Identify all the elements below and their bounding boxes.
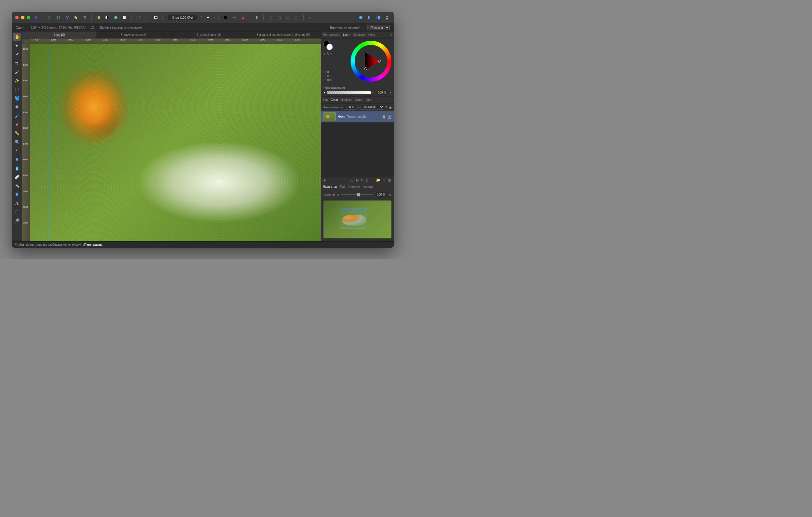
guides-icon[interactable] <box>231 14 237 21</box>
tab-brushes[interactable]: Кисти <box>368 33 376 36</box>
patch-tool[interactable]: 🩹 <box>13 173 21 181</box>
minimize-button[interactable] <box>21 16 25 19</box>
fx-icon[interactable]: fx <box>361 179 363 182</box>
navigator-viewport[interactable] <box>340 208 367 229</box>
assistant-icon[interactable] <box>254 14 260 21</box>
document-tab[interactable]: 3-gigapixel-standard-scale-2_00x.png [И] <box>246 31 321 38</box>
arrange-forward-icon[interactable]: ▢ <box>276 14 282 21</box>
quick-mask-icon[interactable] <box>205 14 211 21</box>
blend-mode-select[interactable]: Обычный <box>360 104 384 110</box>
rectangle-tool[interactable] <box>13 191 21 198</box>
selection-deselect-icon[interactable] <box>144 14 150 21</box>
eyedropper-icon[interactable]: ⌀ ✎ ● <box>323 52 333 56</box>
folder-icon[interactable]: 📁 <box>376 178 380 182</box>
gradient-tool[interactable] <box>13 103 21 111</box>
tab-adjustment[interactable]: Кор <box>323 98 328 101</box>
zoom-in-icon[interactable]: ⊕ <box>389 193 392 196</box>
tab-layers[interactable]: Слои <box>331 98 338 101</box>
selection-marquee-icon[interactable] <box>135 14 141 21</box>
develop-persona-icon[interactable] <box>64 14 70 21</box>
trash-icon[interactable]: 🗑 <box>388 178 392 182</box>
snapping-icon[interactable] <box>240 14 246 21</box>
navigator-thumbnail[interactable] <box>323 201 392 238</box>
visibility-checkbox[interactable]: ✓ <box>388 115 392 119</box>
arrange-backward-icon[interactable]: ▢ <box>285 14 291 21</box>
crop-to-layer-icon[interactable]: ⧖ <box>366 178 368 182</box>
tone-map-persona-icon[interactable] <box>72 14 79 21</box>
paint-brush-tool[interactable]: 🖌️ <box>13 112 21 120</box>
erase-brush-tool[interactable] <box>13 121 21 128</box>
export-persona-icon[interactable] <box>81 14 88 21</box>
tab-history[interactable]: История <box>348 185 359 188</box>
maximize-button[interactable] <box>27 16 30 19</box>
adjustments-icon[interactable] <box>375 14 381 21</box>
canvas[interactable] <box>30 44 321 241</box>
adjustment-icon[interactable]: ◐ <box>356 178 359 182</box>
grid-icon[interactable]: ⊞ <box>383 178 385 182</box>
tab-swatches[interactable]: Образцы <box>353 33 365 36</box>
dodge-tool[interactable]: 🔍 <box>13 138 21 146</box>
ruler-horizontal[interactable]: 1700 1800 1900 2000 2100 2200 2300 2400 … <box>30 38 321 44</box>
zoom-tool[interactable]: 🔎 <box>13 217 21 224</box>
document-tab[interactable]: 3.jpg [И] <box>22 31 97 38</box>
tab-histogram[interactable]: Гистограмма <box>323 33 340 36</box>
mask-icon[interactable]: ▢ <box>350 178 353 182</box>
opacity-slider[interactable] <box>327 91 371 94</box>
liquify-persona-icon[interactable] <box>55 14 62 21</box>
color-picker-tool[interactable] <box>13 51 21 58</box>
clone-brush-tool[interactable]: ✏️ <box>13 129 21 137</box>
flood-fill-tool[interactable]: 🪣 <box>13 94 21 102</box>
tab-effects[interactable]: Эффект <box>341 98 352 101</box>
auto-colors-icon[interactable] <box>113 14 119 21</box>
tab-channels[interactable]: Каналы <box>362 185 373 188</box>
tab-transform[interactable]: Трф <box>340 185 345 188</box>
tab-color[interactable]: Цвет <box>343 33 350 36</box>
units-select[interactable]: Пиксели <box>367 25 390 30</box>
auto-levels-icon[interactable] <box>95 14 102 21</box>
document-tab[interactable]: 3_auto_x2.png [И] <box>172 31 246 38</box>
crop-tool[interactable] <box>13 59 21 67</box>
auto-contrast-icon[interactable] <box>104 14 110 21</box>
selection-invert-icon[interactable] <box>152 14 159 21</box>
add-layer-icon[interactable] <box>357 14 364 21</box>
pen-tool[interactable]: ✒️ <box>13 182 21 189</box>
photo-persona-icon[interactable] <box>47 14 53 21</box>
fg-color-swatch[interactable] <box>326 44 333 50</box>
zoom-value[interactable]: 100 % <box>375 192 387 197</box>
document-tab[interactable]: 3-Улучшено.png [И] <box>97 31 172 38</box>
layer-opacity[interactable]: 100 % <box>344 104 356 110</box>
opacity-value[interactable]: 100 % <box>376 90 388 95</box>
text-tool[interactable]: A <box>13 199 21 207</box>
mesh-warp-tool[interactable] <box>13 208 21 216</box>
layer-stack-icon[interactable]: ◈ <box>323 178 326 182</box>
zoom-out-icon[interactable]: ⊖ <box>337 193 340 196</box>
tab-styles[interactable]: Стили <box>355 98 364 101</box>
close-button[interactable] <box>15 16 19 19</box>
inpainting-tool[interactable] <box>13 147 21 154</box>
guide-vertical[interactable] <box>48 44 48 241</box>
mask-layer-icon[interactable] <box>366 14 373 21</box>
arrange-back-icon[interactable]: ▢ <box>293 14 300 21</box>
arrange-front-icon[interactable]: ▢ <box>267 14 273 21</box>
hand-tool[interactable]: ✋ <box>13 33 21 41</box>
ruler-vertical[interactable]: 1100 1200 1300 1400 1500 1600 1700 1800 … <box>22 44 30 241</box>
zoom-slider[interactable] <box>341 194 373 195</box>
blur-tool[interactable]: 💧 <box>13 164 21 172</box>
layer-row[interactable]: Фон (Пиксельный) 🔒 ✓ <box>321 111 394 122</box>
gear-icon[interactable]: ⚙ <box>385 106 388 109</box>
align-icon[interactable]: ≡ <box>307 14 314 21</box>
marquee-tool[interactable] <box>13 86 21 93</box>
color-wheel[interactable] <box>351 41 392 82</box>
lock-icon[interactable]: 🔒 <box>382 115 386 119</box>
lock-icon[interactable]: 🔒 <box>389 106 392 109</box>
color-swatches[interactable] <box>323 41 333 50</box>
tab-navigator[interactable]: Навигатор <box>323 185 337 188</box>
guide-vertical[interactable] <box>231 44 231 241</box>
healing-tool[interactable] <box>13 156 21 163</box>
selection-brush-tool[interactable]: 🖌 <box>13 68 21 76</box>
panel-menu-icon[interactable]: ≡ <box>390 33 392 37</box>
magic-wand-tool[interactable]: ✨ <box>13 77 21 85</box>
guide-horizontal[interactable] <box>30 178 321 178</box>
grid-icon[interactable] <box>222 14 229 21</box>
auto-white-balance-icon[interactable] <box>121 14 128 21</box>
